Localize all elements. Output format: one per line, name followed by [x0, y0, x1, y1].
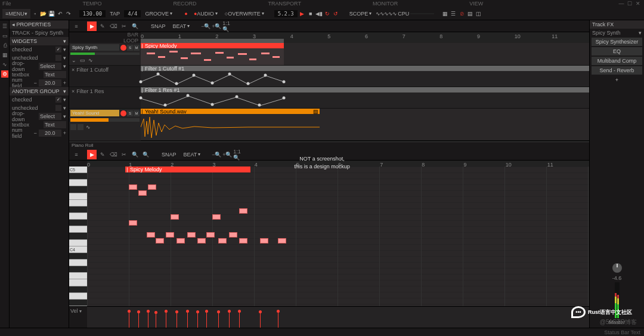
window-max-icon[interactable]: ☐	[626, 0, 633, 7]
proll-pointer-icon[interactable]: ▶	[87, 150, 97, 159]
proll-snap-button[interactable]: SNAP	[159, 150, 179, 159]
rail-midi-icon[interactable]: ▦	[1, 51, 8, 58]
prop-dropdown[interactable]: drop-downSelect▾	[10, 62, 69, 70]
midi-clip[interactable]: ▏Spicy Melody	[141, 43, 284, 65]
track-lane[interactable]: ▏Yeah! Sound.wav▧	[141, 109, 589, 140]
view-mixer-icon[interactable]: ⎚	[458, 10, 465, 17]
grid-button[interactable]: BEAT	[170, 21, 193, 31]
undo-icon[interactable]: ↶	[57, 10, 64, 17]
view-split-icon[interactable]: ◫	[475, 10, 482, 17]
fx-item-send[interactable]: Send - Reverb	[592, 66, 642, 75]
track-phase-icon[interactable]	[78, 124, 83, 130]
track-automation-icon[interactable]: ⌄	[70, 57, 78, 64]
track-rec-icon[interactable]	[120, 110, 126, 116]
pianoroll-ruler[interactable]: 01234567891011	[87, 161, 589, 167]
prop2-checked[interactable]: checked▾	[10, 95, 69, 104]
track-mute-icon[interactable]: M	[134, 45, 140, 51]
lane-close-icon[interactable]: ×	[72, 88, 75, 94]
track-rec-icon[interactable]	[120, 45, 126, 51]
zoom-fit-icon[interactable]: 1:1🔍	[222, 21, 232, 31]
play-icon[interactable]: ▶	[299, 10, 306, 17]
track-yeah-sound[interactable]: Yeah! Sound S M ∿	[69, 109, 589, 141]
lane-close-icon[interactable]: ×	[72, 67, 75, 73]
proll-cut-icon[interactable]: ✂	[119, 150, 129, 159]
proll-zoomout-icon[interactable]: −🔍	[212, 150, 221, 159]
automation-lane-res[interactable]: ×Filter 1 Res ▏Filter 1 Res #1	[69, 87, 589, 109]
rail-browser-icon[interactable]: ☰	[1, 23, 8, 30]
zoom-out-icon[interactable]: −🔍	[201, 21, 210, 31]
fx-item-comp[interactable]: Multiband Comp	[592, 57, 642, 65]
record-mode-select[interactable]: ● AUDIO	[191, 9, 221, 19]
master-pan-knob[interactable]	[612, 263, 622, 273]
proll-zoomfit-icon[interactable]: 1:1🔍	[233, 150, 243, 159]
rail-track-icon[interactable]: ▭	[1, 32, 8, 39]
velocity-lane[interactable]: Vel ▾	[69, 306, 589, 328]
view-piano-icon[interactable]: ▤	[466, 10, 473, 17]
tool-cut-icon[interactable]: ✂	[119, 21, 129, 31]
loop-icon[interactable]: ↻	[324, 10, 331, 17]
rail-piano-icon[interactable]: ⎙	[1, 42, 8, 49]
tempo-display[interactable]: 130.00	[79, 10, 106, 17]
track-mute-icon[interactable]: M	[134, 110, 140, 116]
track-wave-icon[interactable]: ∿	[85, 124, 92, 131]
proll-grid-button[interactable]: BEAT	[181, 150, 204, 159]
proll-erase-icon[interactable]: ⌫	[109, 150, 118, 159]
transport-position[interactable]: 5.2.3	[274, 10, 298, 17]
track-io-icon[interactable]	[70, 124, 76, 130]
prop-numfield[interactable]: num field−20.0+	[10, 79, 69, 87]
track-fader[interactable]	[70, 118, 140, 122]
record-arm-icon[interactable]: ●	[182, 10, 190, 17]
track-solo-icon[interactable]: S	[127, 110, 133, 116]
scope-button[interactable]: SCOPE	[346, 9, 375, 19]
piano-keys[interactable]: C5 C4	[69, 167, 87, 306]
track-fx-icon[interactable]: ∿	[87, 57, 94, 64]
loop-region[interactable]	[141, 39, 284, 43]
prop2-dropdown[interactable]: drop-downSelect▾	[10, 112, 69, 121]
tool-erase-icon[interactable]: ⌫	[109, 21, 118, 31]
record-behavior-select[interactable]: ○ OVERWRITE	[222, 9, 267, 19]
tool-zoom-icon[interactable]: 🔍	[130, 21, 140, 31]
fx-add-button[interactable]: +	[592, 76, 642, 84]
fx-item-eq[interactable]: EQ	[592, 47, 642, 56]
window-close-icon[interactable]: ✕	[634, 0, 642, 7]
new-icon[interactable]: ▫	[32, 10, 39, 17]
view-list-icon[interactable]: ☰	[450, 10, 457, 17]
proll-zoom-icon[interactable]: 🔍	[130, 150, 140, 159]
track-spicy-synth[interactable]: Spicy Synth S M ⌄ ▭ ∿	[69, 43, 589, 66]
arranger-menu-icon[interactable]: ≡	[72, 21, 81, 31]
prop2-numfield[interactable]: num field−20.0+	[10, 129, 69, 137]
rail-audio-icon[interactable]: ∿	[1, 61, 8, 68]
timeline-ruler[interactable]: 01234567891011	[141, 32, 589, 43]
stop-icon[interactable]: ■	[307, 10, 314, 17]
redo-icon[interactable]: ↷	[65, 10, 72, 17]
menu-file[interactable]: File	[2, 1, 11, 7]
timesig-display[interactable]: 4/4	[124, 10, 141, 17]
track-name[interactable]: Spicy Synth	[70, 44, 119, 51]
tool-pencil-icon[interactable]: ✎	[98, 21, 107, 31]
tool-pointer-icon[interactable]: ▶	[87, 21, 97, 31]
properties-header[interactable]: ◂ PROPERTIES	[10, 20, 69, 29]
menu-button[interactable]: ≡ MENU ▾	[2, 9, 30, 19]
rail-properties-icon[interactable]: ⚙	[1, 70, 8, 78]
pianoroll-grid[interactable]: ▏Spicy Melody	[87, 167, 589, 306]
proll-zoomin-icon[interactable]: +🔍	[222, 150, 232, 159]
track-name[interactable]: Yeah! Sound	[70, 110, 119, 116]
groove-button[interactable]: GROOVE	[142, 9, 175, 19]
tap-button[interactable]: TAP	[107, 9, 123, 19]
track-fader[interactable]	[70, 53, 140, 55]
window-min-icon[interactable]: —	[618, 0, 625, 7]
track-instrument-icon[interactable]: ▭	[79, 57, 86, 64]
proll-zoom2-icon[interactable]: 🔍	[141, 150, 150, 159]
zoom-in-icon[interactable]: +🔍	[212, 21, 221, 31]
open-icon[interactable]: 📂	[40, 10, 47, 17]
track-lane[interactable]: ▏Spicy Melody	[141, 43, 589, 65]
prop-checked[interactable]: checked▾	[10, 45, 69, 54]
properties-group-widgets[interactable]: WIDGETS▾	[10, 37, 69, 45]
track-solo-icon[interactable]: S	[127, 45, 133, 51]
fx-item-synth[interactable]: Spicy Synthesizer	[592, 38, 642, 46]
loop2-icon[interactable]: ↺	[332, 10, 339, 17]
proll-menu-icon[interactable]: ≡	[72, 150, 81, 159]
rewind-icon[interactable]: ◀▮	[315, 10, 323, 17]
snap-button[interactable]: SNAP	[148, 21, 169, 31]
save-icon[interactable]: 💾	[48, 10, 55, 17]
